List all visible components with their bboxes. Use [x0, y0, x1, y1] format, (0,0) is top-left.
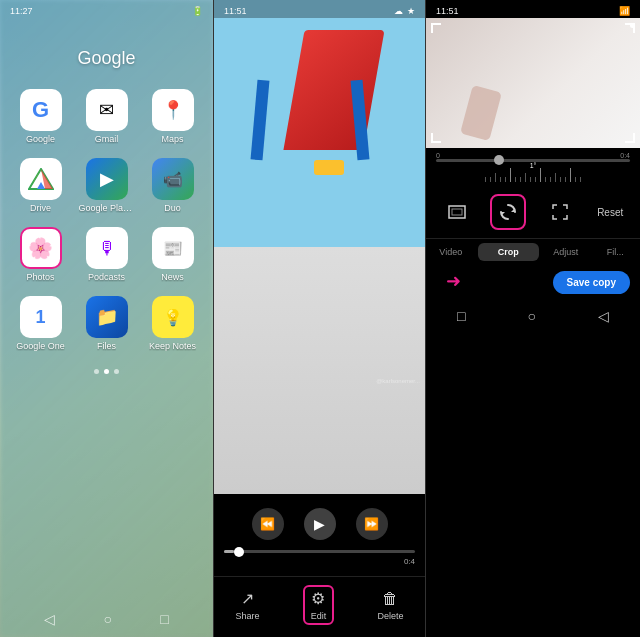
video-player-panel: 11:51 ☁ ★ @karlsonemer... ⏪ ▶ [213, 0, 426, 637]
recents-button-3[interactable]: □ [457, 308, 465, 324]
play-button[interactable]: ▶ [304, 508, 336, 540]
edit-icon: ⚙ [311, 589, 325, 608]
floor [214, 247, 425, 494]
time-label: 0:4 [214, 557, 425, 568]
keep-notes-app-icon[interactable]: 💡 [152, 296, 194, 338]
share-icon: ↗ [241, 589, 254, 608]
status-bar-2: 11:51 ☁ ★ [214, 0, 425, 18]
crop-handle-dot[interactable] [630, 23, 635, 28]
timeline-thumb[interactable] [234, 547, 244, 557]
ruler-area: 0 0:4 1° [426, 148, 640, 186]
status-icons-3: 📶 [619, 6, 630, 16]
tool-row: Reset [426, 186, 640, 238]
list-item[interactable]: 📹 Duo [145, 158, 201, 213]
home-button-3[interactable]: ○ [527, 308, 535, 324]
dot [104, 369, 109, 374]
share-button[interactable]: ↗ Share [236, 589, 260, 621]
crop-corner-bl [431, 133, 441, 143]
bottom-actions: ↗ Share ⚙ Edit 🗑 Delete [214, 576, 425, 637]
tab-video[interactable]: Video [426, 243, 476, 261]
list-item[interactable]: 📁 Files [79, 296, 135, 351]
status-icons-2: ☁ ★ [394, 6, 415, 16]
app-label: News [161, 272, 184, 282]
rotate-tool[interactable] [490, 194, 526, 230]
photos-app-icon[interactable]: 🌸 [20, 227, 62, 269]
crop-editor-panel: 11:51 📶 0 0:4 1° [426, 0, 640, 637]
list-item[interactable]: 💡 Keep Notes [145, 296, 201, 351]
home-screen-panel: 11:27 🔋 Google G Google ✉ Gmail 📍 [0, 0, 213, 637]
recents-button[interactable]: □ [160, 611, 168, 627]
video-preview [426, 18, 640, 148]
list-item[interactable]: G Google [13, 89, 69, 144]
reset-button[interactable]: Reset [593, 207, 627, 218]
timeline-bar[interactable] [224, 550, 415, 553]
maps-app-icon[interactable]: 📍 [152, 89, 194, 131]
back-button[interactable]: ◁ [44, 611, 55, 627]
video-controls: ⏪ ▶ ⏩ 0:4 [214, 494, 425, 576]
gmail-app-icon[interactable]: ✉ [86, 89, 128, 131]
list-item[interactable]: Drive [13, 158, 69, 213]
delete-icon: 🗑 [382, 590, 398, 608]
status-bar-1: 11:27 🔋 [0, 0, 213, 18]
status-icons-1: 🔋 [192, 6, 203, 16]
list-item[interactable]: 1 Google One [13, 296, 69, 351]
expand-tool[interactable] [542, 194, 578, 230]
google-one-app-icon[interactable]: 1 [20, 296, 62, 338]
playback-controls: ⏪ ▶ ⏩ [214, 502, 425, 546]
save-copy-button[interactable]: Save copy [553, 271, 630, 294]
list-item[interactable]: ▶ Google Play Mo... [79, 158, 135, 213]
tab-filters[interactable]: Fil... [591, 243, 641, 261]
tab-crop[interactable]: Crop [478, 243, 540, 261]
ruler-ticks: 1° [426, 162, 640, 182]
podcasts-app-icon[interactable]: 🎙 [86, 227, 128, 269]
time-end-right: 0:4 [620, 152, 630, 159]
list-item[interactable]: 🌸 Photos [13, 227, 69, 282]
google-app-icon[interactable]: G [20, 89, 62, 131]
crop-corner-br [625, 133, 635, 143]
home-button[interactable]: ○ [104, 611, 112, 627]
list-item[interactable]: 📍 Maps [145, 89, 201, 144]
cloud-icon: ☁ [394, 6, 403, 16]
back-button-3[interactable]: ◁ [598, 308, 609, 324]
time-1: 11:27 [10, 6, 33, 16]
app-label: Gmail [95, 134, 119, 144]
tab-adjust[interactable]: Adjust [541, 243, 591, 261]
fast-forward-button[interactable]: ⏩ [356, 508, 388, 540]
app-label: Google [26, 134, 55, 144]
dot [94, 369, 99, 374]
page-title: Google [77, 48, 135, 69]
wifi-icon: 📶 [619, 6, 630, 16]
delete-button[interactable]: 🗑 Delete [377, 590, 403, 621]
edit-button[interactable]: ⚙ Edit [303, 585, 335, 625]
time-3: 11:51 [436, 6, 459, 16]
files-app-icon[interactable]: 📁 [86, 296, 128, 338]
news-app-icon[interactable]: 📰 [152, 227, 194, 269]
drive-app-icon[interactable] [20, 158, 62, 200]
share-label: Share [236, 611, 260, 621]
edit-label: Edit [311, 611, 327, 621]
support-pole [251, 80, 270, 161]
rewind-button[interactable]: ⏪ [252, 508, 284, 540]
play-movies-app-icon[interactable]: ▶ [86, 158, 128, 200]
duo-app-icon[interactable]: 📹 [152, 158, 194, 200]
app-label: Google One [16, 341, 65, 351]
delete-label: Delete [377, 611, 403, 621]
video-area: @karlsonemer... [214, 0, 425, 494]
playground-scene [214, 0, 425, 494]
list-item[interactable]: ✉ Gmail [79, 89, 135, 144]
svg-rect-4 [449, 206, 465, 218]
list-item[interactable]: 📰 News [145, 227, 201, 282]
aspect-ratio-tool[interactable] [439, 194, 475, 230]
degree-label: 1° [530, 162, 537, 169]
dot [114, 369, 119, 374]
svg-rect-5 [452, 209, 462, 215]
app-label: Drive [30, 203, 51, 213]
seat-decoration [314, 160, 344, 175]
preview-bg [426, 18, 640, 148]
crop-corner-tl [431, 23, 441, 33]
list-item[interactable]: 🎙 Podcasts [79, 227, 135, 282]
time-2: 11:51 [224, 6, 247, 16]
pink-arrow-icon: ➜ [446, 270, 461, 292]
page-dots [94, 369, 119, 374]
tab-row: Video Crop Adjust Fil... [426, 238, 640, 265]
